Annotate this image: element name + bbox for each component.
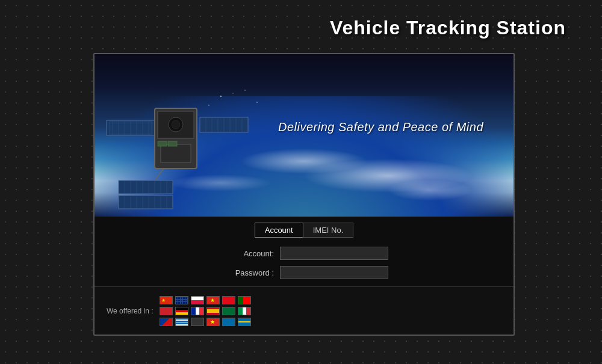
svg-rect-33 xyxy=(119,196,173,209)
svg-point-46 xyxy=(208,105,209,105)
flag-arabic[interactable] xyxy=(222,307,235,315)
flag-swedish[interactable] xyxy=(238,318,251,326)
password-input[interactable] xyxy=(280,266,388,279)
password-field-row: Password : xyxy=(220,266,388,279)
svg-rect-14 xyxy=(158,141,167,146)
flag-spanish[interactable] xyxy=(206,307,220,315)
flag-other-3[interactable] xyxy=(206,318,220,326)
svg-line-43 xyxy=(155,168,164,180)
offered-label: We offered in : xyxy=(107,307,154,315)
flag-portuguese[interactable] xyxy=(238,296,251,304)
flag-greek[interactable] xyxy=(175,318,188,326)
svg-rect-24 xyxy=(119,180,173,194)
flags-container xyxy=(160,296,251,326)
flag-macedonian[interactable] xyxy=(160,307,173,315)
language-section: We offered in : xyxy=(95,286,514,335)
flag-german[interactable] xyxy=(175,307,188,315)
tab-imei[interactable]: IMEI No. xyxy=(303,223,354,238)
flag-other-1[interactable] xyxy=(160,318,173,326)
account-label: Account: xyxy=(220,249,274,258)
svg-point-48 xyxy=(233,93,234,94)
flags-row-3 xyxy=(160,318,251,326)
flag-other-4[interactable] xyxy=(222,318,235,326)
svg-point-44 xyxy=(220,96,222,97)
tagline: Delivering Safety and Peace of Mind xyxy=(278,120,483,134)
hero-image: Delivering Safety and Peace of Mind xyxy=(95,54,514,217)
tab-account[interactable]: Account xyxy=(255,223,303,238)
main-container: Delivering Safety and Peace of Mind Acco… xyxy=(93,53,515,336)
svg-point-47 xyxy=(256,102,258,103)
flag-english[interactable] xyxy=(175,296,188,304)
satellite-illustration xyxy=(101,84,281,217)
flag-french[interactable] xyxy=(191,307,204,315)
svg-point-13 xyxy=(172,120,180,129)
flags-row-2 xyxy=(160,307,251,315)
flag-other-2[interactable] xyxy=(191,318,204,326)
login-tabs: Account IMEI No. xyxy=(255,223,354,238)
flag-polish[interactable] xyxy=(191,296,204,304)
svg-rect-11 xyxy=(161,144,191,162)
password-label: Password : xyxy=(220,268,274,277)
flag-vietnamese[interactable] xyxy=(206,296,220,304)
flag-turkish[interactable] xyxy=(222,296,235,304)
page-title: Vehicle Tracking Station xyxy=(330,17,566,39)
flag-italian[interactable] xyxy=(238,307,251,315)
svg-point-45 xyxy=(244,90,246,91)
flags-row-1 xyxy=(160,296,251,304)
account-field-row: Account: xyxy=(220,247,388,260)
account-input[interactable] xyxy=(280,247,388,260)
svg-rect-15 xyxy=(168,141,177,146)
flag-chinese[interactable] xyxy=(160,296,173,304)
